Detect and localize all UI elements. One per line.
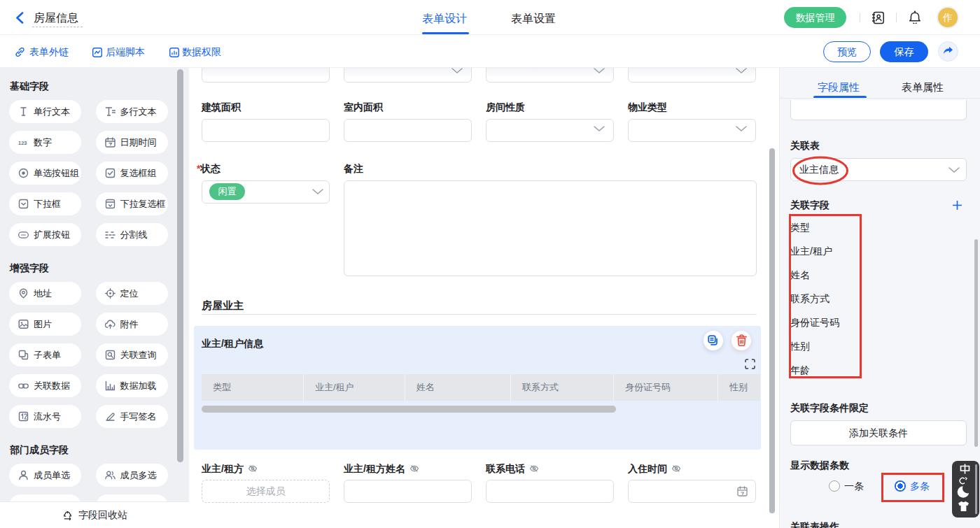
svg-text:123: 123 — [18, 140, 27, 146]
